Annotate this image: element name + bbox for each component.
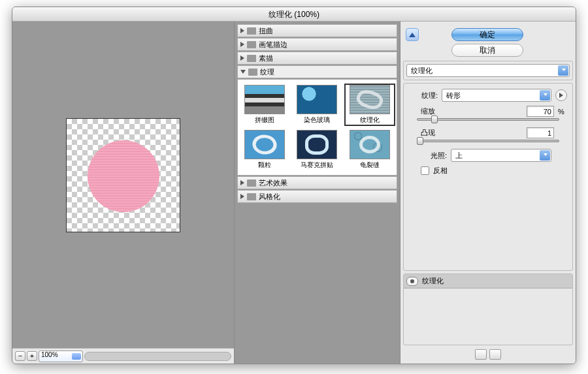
folder-label: 扭曲: [259, 26, 273, 36]
texture-thumbnails: 拼缀图 染色玻璃 纹理化 颗粒 马赛克拼贴 龟裂缝: [237, 79, 397, 176]
scaling-input[interactable]: [527, 106, 554, 117]
folder-artistic[interactable]: 艺术效果: [237, 176, 397, 189]
preview-canvas: [66, 118, 180, 232]
light-direction-row: 光照: 上: [409, 149, 567, 162]
light-select[interactable]: 上: [451, 149, 551, 162]
folder-stylize[interactable]: 风格化: [237, 190, 397, 203]
thumb-image: [244, 85, 285, 114]
action-buttons: 确定 取消: [451, 28, 523, 57]
light-label: 光照:: [418, 151, 447, 161]
folder-icon: [247, 193, 256, 200]
relief-slider[interactable]: [417, 140, 559, 142]
top-actions: 确定 取消: [403, 24, 573, 58]
filter-params-group: 纹理: 砖形 缩放 %: [403, 83, 573, 271]
chevron-right-icon: [240, 180, 244, 185]
preview-panel: − + 100%: [12, 22, 235, 364]
invert-checkbox[interactable]: [421, 166, 429, 175]
thumb-label: 染色玻璃: [293, 116, 341, 125]
zoom-in-button[interactable]: +: [27, 351, 37, 361]
window-title: 纹理化 (100%): [12, 7, 576, 22]
chevron-right-icon: [240, 28, 244, 33]
folder-label: 艺术效果: [259, 178, 287, 188]
effect-layer-item[interactable]: 纹理化: [404, 274, 572, 288]
scaling-slider-row: 缩放 %: [409, 106, 567, 121]
folder-distort[interactable]: 扭曲: [237, 24, 397, 37]
invert-label: 反相: [433, 166, 448, 176]
folder-label: 素描: [259, 54, 273, 63]
cancel-button[interactable]: 取消: [451, 44, 523, 57]
texture-select[interactable]: 砖形: [442, 89, 551, 102]
thumb-image: [350, 85, 390, 114]
relief-label: 凸现: [421, 128, 435, 138]
load-texture-icon[interactable]: [555, 89, 567, 101]
visibility-eye-icon[interactable]: [406, 277, 418, 286]
invert-row: 反相: [409, 166, 567, 176]
delete-effect-layer-button[interactable]: [489, 349, 501, 360]
thumb-patchwork[interactable]: 拼缀图: [239, 84, 290, 126]
preview-zoom-controls: − + 100%: [12, 348, 234, 364]
chevron-right-icon: [240, 55, 244, 61]
slider-thumb[interactable]: [417, 137, 423, 145]
folder-sketch[interactable]: 素描: [237, 52, 397, 65]
effect-layer-label: 纹理化: [422, 276, 444, 286]
relief-input[interactable]: [527, 127, 554, 138]
thumb-stained-glass[interactable]: 染色玻璃: [291, 84, 342, 126]
chevron-right-icon: [240, 42, 244, 47]
thumb-label: 龟裂缝: [346, 161, 394, 170]
texture-label: 纹理:: [409, 91, 438, 101]
current-filter-select-group: 纹理化: [403, 61, 573, 80]
scaling-unit: %: [557, 108, 566, 116]
folder-icon: [248, 69, 257, 76]
preview-viewport[interactable]: [12, 22, 234, 348]
thumb-image: [297, 130, 337, 159]
filter-select[interactable]: 纹理化: [406, 64, 570, 77]
settings-panel: 确定 取消 纹理化 纹理: 砖形 缩放: [400, 22, 576, 364]
relief-slider-row: 凸现: [409, 127, 567, 142]
preview-hscroll[interactable]: [84, 352, 231, 361]
preview-shape-circle: [88, 140, 159, 212]
ok-button[interactable]: 确定: [451, 28, 523, 41]
folder-icon: [247, 55, 256, 62]
folder-icon: [247, 179, 256, 187]
filter-gallery-panel: 扭曲 画笔描边 素描 纹理 拼缀图 染色玻璃 纹理化 颗粒: [235, 22, 400, 364]
thumb-image: [350, 130, 390, 159]
chevron-right-icon: [240, 194, 244, 199]
thumb-label: 纹理化: [346, 116, 394, 125]
folder-label: 纹理: [260, 67, 274, 77]
folder-texture[interactable]: 纹理: [237, 65, 397, 78]
new-effect-layer-button[interactable]: [475, 349, 487, 360]
zoom-level-select[interactable]: 100%: [39, 351, 83, 362]
thumb-texturizer[interactable]: 纹理化: [344, 84, 395, 126]
folder-icon: [247, 27, 256, 35]
effect-layer-buttons: [403, 348, 573, 361]
zoom-out-button[interactable]: −: [15, 351, 25, 361]
scaling-label: 缩放: [421, 106, 435, 116]
thumb-label: 马赛克拼贴: [293, 161, 341, 170]
window-content: − + 100% 扭曲 画笔描边 素描: [12, 22, 576, 364]
texture-type-row: 纹理: 砖形: [409, 89, 567, 102]
scaling-slider[interactable]: [417, 118, 559, 121]
thumb-label: 颗粒: [240, 161, 289, 170]
folder-label: 风格化: [259, 192, 280, 202]
effect-layers-box: 纹理化: [403, 273, 573, 345]
folder-brush-strokes[interactable]: 画笔描边: [237, 38, 397, 51]
thumb-craquelure[interactable]: 龟裂缝: [344, 129, 395, 171]
filter-gallery-window: 纹理化 (100%) − + 100% 扭曲: [12, 7, 576, 364]
folder-icon: [247, 41, 256, 48]
thumb-image: [297, 85, 337, 114]
thumb-label: 拼缀图: [240, 116, 289, 125]
folder-label: 画笔描边: [259, 40, 287, 50]
thumb-image: [244, 130, 285, 159]
slider-thumb[interactable]: [431, 116, 438, 123]
thumb-grain[interactable]: 颗粒: [239, 129, 290, 171]
chevron-down-icon: [240, 70, 246, 74]
collapse-gallery-button[interactable]: [406, 28, 419, 41]
thumb-mosaic-tiles[interactable]: 马赛克拼贴: [291, 129, 342, 171]
